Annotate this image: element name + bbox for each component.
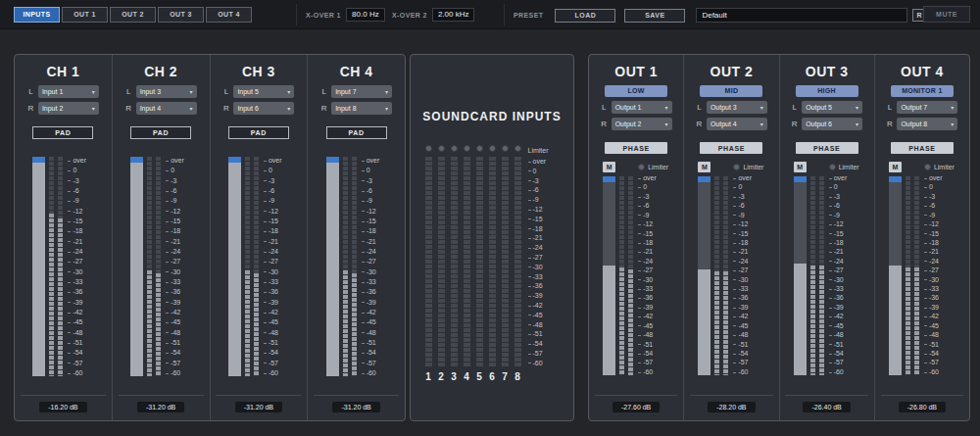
right-output-select[interactable]: Output 2 ▾: [612, 118, 672, 130]
preset-name-input[interactable]: [696, 8, 907, 23]
right-label: R: [320, 104, 327, 113]
fader-fill: [698, 269, 710, 375]
phase-button[interactable]: PHASE: [605, 142, 667, 154]
right-label: R: [222, 104, 229, 113]
left-output-select[interactable]: Output 7 ▾: [897, 101, 957, 114]
tab-inputs[interactable]: INPUTS: [14, 7, 60, 23]
meter-number: 7: [502, 371, 508, 382]
left-source-row: L Input 1 ▾: [27, 85, 99, 98]
level-meter: [451, 157, 458, 366]
right-output-select[interactable]: Output 4 ▾: [707, 118, 767, 130]
mute-button[interactable]: MUTE: [923, 6, 970, 23]
gain-fader[interactable]: [698, 176, 710, 375]
gain-fader[interactable]: [603, 176, 615, 375]
left-source-row: L Output 7 ▾: [886, 101, 957, 114]
band-badge[interactable]: HIGH: [796, 85, 858, 97]
limiter-led: [829, 164, 836, 170]
strip-bottom: -27.60 dB: [589, 395, 683, 420]
chevron-down-icon: ▾: [856, 121, 858, 127]
limiter-row: Limiter: [638, 162, 669, 171]
chevron-down-icon: ▾: [665, 104, 668, 111]
gain-fader[interactable]: [326, 157, 339, 376]
right-output-select[interactable]: Output 6 ▾: [802, 118, 862, 130]
load-button[interactable]: LOAD: [555, 9, 615, 23]
mute-channel-button[interactable]: M: [794, 162, 807, 172]
db-readout: -28.20 dB: [708, 402, 755, 412]
pad-button[interactable]: PAD: [326, 126, 387, 139]
level-meter-right: [819, 176, 824, 375]
left-input-select[interactable]: Input 7 ▾: [331, 85, 392, 98]
left-input-select[interactable]: Input 5 ▾: [233, 85, 294, 98]
level-meter-left: [714, 176, 719, 375]
band-badge[interactable]: LOW: [605, 85, 667, 97]
mute-channel-button[interactable]: M: [603, 162, 615, 172]
fader-handle[interactable]: [794, 176, 807, 182]
xover1-value[interactable]: 80.0 Hz: [346, 8, 385, 22]
fader-fill: [603, 266, 615, 375]
soundcard-meter-8: 8: [514, 145, 521, 382]
gain-fader[interactable]: [889, 176, 902, 375]
fader-handle[interactable]: [889, 176, 902, 182]
pad-button[interactable]: PAD: [32, 126, 93, 139]
mute-channel-button[interactable]: M: [698, 162, 710, 172]
level-meter: [502, 157, 509, 366]
fader-handle[interactable]: [326, 157, 339, 163]
gain-fader[interactable]: [228, 157, 241, 376]
right-output-value: Output 8: [901, 121, 927, 127]
gain-fader[interactable]: [32, 157, 45, 376]
right-source-row: R Output 4 ▾: [696, 118, 767, 130]
save-button[interactable]: SAVE: [624, 9, 685, 23]
channel-strip-4: CH 4 L Input 7 ▾ R Input 8 ▾ PAD: [308, 55, 405, 420]
fader-handle[interactable]: [32, 157, 45, 163]
band-badge[interactable]: MID: [700, 85, 762, 97]
pad-button[interactable]: PAD: [228, 126, 289, 139]
right-input-select[interactable]: Input 8 ▾: [331, 102, 392, 115]
gain-fader[interactable]: [130, 157, 143, 376]
meter-scale-column: Limiter over0-3-6-9-12-15-18-21-24-27-30…: [733, 162, 764, 375]
limiter-led: [451, 145, 458, 152]
gain-fader[interactable]: [794, 176, 807, 375]
channel-strip-2: CH 2 L Input 3 ▾ R Input 4 ▾ PAD: [113, 55, 211, 420]
right-input-select[interactable]: Input 6 ▾: [233, 102, 294, 115]
soundcard-meter-2: 2: [438, 145, 445, 382]
tab-out-3[interactable]: OUT 3: [158, 7, 204, 23]
db-readout: -31.20 dB: [332, 402, 379, 412]
pad-button[interactable]: PAD: [130, 126, 191, 139]
tab-out-2[interactable]: OUT 2: [110, 7, 156, 23]
left-output-select[interactable]: Output 1 ▾: [612, 101, 672, 114]
phase-button[interactable]: PHASE: [796, 142, 858, 154]
fader-fill: [32, 157, 45, 376]
fader-fill: [130, 157, 143, 376]
chevron-down-icon: ▾: [190, 88, 193, 95]
fader-handle[interactable]: [228, 157, 241, 163]
fader-handle[interactable]: [130, 157, 143, 163]
band-badge[interactable]: MONITOR 1: [891, 85, 954, 97]
channel-title: CH 4: [340, 64, 373, 81]
right-input-select[interactable]: Input 2 ▾: [38, 102, 99, 115]
level-meter-left: [619, 176, 624, 375]
left-output-select[interactable]: Output 3 ▾: [707, 101, 767, 114]
left-output-select[interactable]: Output 5 ▾: [802, 101, 862, 114]
phase-button[interactable]: PHASE: [700, 142, 762, 154]
right-input-select[interactable]: Input 4 ▾: [136, 102, 197, 115]
divider: [785, 395, 868, 396]
left-output-value: Output 5: [806, 104, 832, 111]
left-input-select[interactable]: Input 3 ▾: [136, 85, 197, 98]
fader-handle[interactable]: [698, 176, 710, 182]
phase-button[interactable]: PHASE: [891, 142, 954, 154]
tab-out-4[interactable]: OUT 4: [206, 7, 252, 23]
level-meter-left: [343, 157, 348, 376]
soundcard-meter-4: 4: [464, 145, 470, 382]
meter-scale: over0-3-6-9-12-15-18-21-24-27-30-33-36-3…: [166, 157, 191, 376]
left-input-select[interactable]: Input 1 ▾: [38, 85, 99, 98]
limiter-row: Limiter: [829, 162, 860, 171]
mute-channel-button[interactable]: M: [889, 162, 902, 172]
meter-number: 5: [476, 371, 482, 382]
level-meter: [438, 157, 445, 366]
tab-out-1[interactable]: OUT 1: [62, 7, 108, 23]
fader-handle[interactable]: [603, 176, 615, 182]
right-output-select[interactable]: Output 8 ▾: [897, 118, 957, 130]
meter-scale: over0-3-6-9-12-15-18-21-24-27-30-33-36-3…: [924, 174, 956, 375]
xover2-value[interactable]: 2.00 kHz: [432, 8, 475, 22]
chevron-down-icon: ▾: [760, 121, 763, 127]
